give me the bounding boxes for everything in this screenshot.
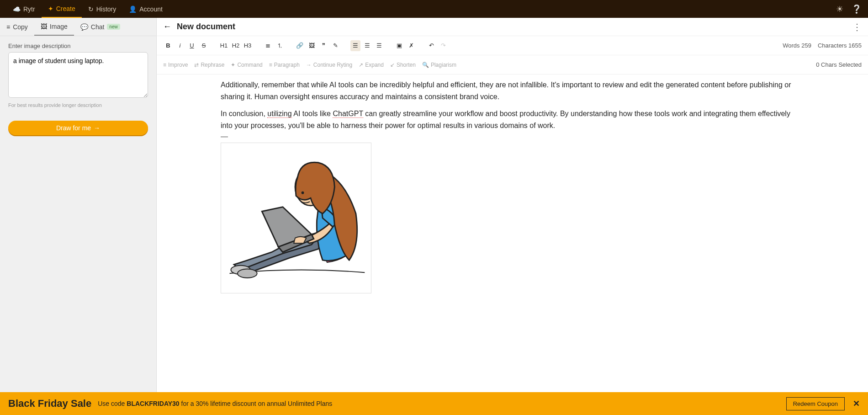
ai-improve[interactable]: ≡Improve [163,62,188,68]
ai-command[interactable]: ✦Command [231,62,262,68]
ai-expand[interactable]: ↗Expand [359,62,384,68]
image-icon: 🖼 [41,23,47,30]
editor-header: ← New document ⋮ [157,18,868,36]
sidebar-tabs: ≡ Copy 🖼 Image 💬 Chat new [0,18,156,36]
tab-image[interactable]: 🖼 Image [34,18,74,36]
bold-button[interactable]: B [163,40,173,51]
bullet-list-icon[interactable]: ≣ [263,40,273,51]
tab-copy-label: Copy [13,23,28,31]
svg-point-3 [302,192,304,194]
spell-underline: ChatGPT [333,110,363,118]
clear-format-icon[interactable]: ✗ [406,40,416,51]
h2-button[interactable]: H2 [231,40,241,51]
theme-toggle-icon[interactable]: ☀ [836,4,843,14]
select-all-icon[interactable]: ▣ [394,40,404,51]
cloud-icon: ☁️ [13,5,21,13]
chars-selected: 0 Chars Selected [816,61,862,68]
svg-point-1 [238,269,257,278]
menu-icon: ≡ [6,23,10,31]
generated-image[interactable] [221,143,371,293]
redeem-coupon-button[interactable]: Redeem Coupon [786,397,845,410]
banner-text: Use code BLACKFRIDAY30 for a 30% lifetim… [98,400,332,407]
paragraph-1: Additionally, remember that while AI too… [221,79,804,102]
char-count: Characters 1655 [818,42,862,49]
document-body[interactable]: Additionally, remember that while AI too… [157,74,868,392]
insert-image-icon[interactable]: 🖼 [307,40,317,51]
align-center-icon[interactable]: ☰ [362,40,372,51]
desc-label: Enter image description [8,43,148,49]
user-icon: 👤 [129,5,137,13]
divider [221,137,228,137]
arrow-right-icon: → [94,124,100,132]
more-menu-icon[interactable]: ⋮ [852,21,862,32]
history-icon: ↻ [88,5,94,13]
top-navbar: ☁️ Rytr ✦ Create ↻ History 👤 Account ☀ ❔ [0,0,868,18]
banner-title: Black Friday Sale [8,398,91,410]
rephrase-icon: ⇄ [194,62,199,68]
brand-logo[interactable]: ☁️ Rytr [6,0,42,18]
highlight-icon[interactable]: ✎ [330,40,340,51]
chat-icon: 💬 [80,23,88,31]
ai-rephrase[interactable]: ⇄Rephrase [194,62,224,68]
draw-for-me-button[interactable]: Draw for me → [8,121,148,135]
numbered-list-icon[interactable]: ⒈ [275,40,285,51]
italic-button[interactable]: i [175,40,185,51]
tab-copy[interactable]: ≡ Copy [0,18,34,36]
paragraph-2: In conclusion, utilizing AI tools like C… [221,108,804,131]
main-area: ≡ Copy 🖼 Image 💬 Chat new Enter image de… [0,18,868,392]
nav-create-label: Create [56,5,75,12]
word-count: Words 259 [783,42,811,49]
shorten-icon: ↙ [390,62,395,68]
back-arrow-icon[interactable]: ← [163,22,171,32]
tab-chat[interactable]: 💬 Chat new [74,18,127,36]
ai-plagiarism[interactable]: 🔍Plagiarism [422,62,456,68]
promo-banner: Black Friday Sale Use code BLACKFRIDAY30… [0,392,868,415]
spell-underline: utilizing [267,110,291,118]
editor-panel: ← New document ⋮ B i U S H1 H2 H3 ≣ ⒈ 🔗 [157,18,868,392]
nav-history[interactable]: ↻ History [82,0,123,18]
ai-shorten[interactable]: ↙Shorten [390,62,416,68]
expand-icon: ↗ [359,62,363,68]
nav-account-label: Account [139,5,163,13]
image-description-input[interactable] [8,52,148,98]
h3-button[interactable]: H3 [243,40,253,51]
sparkle-icon: ✦ [48,5,53,12]
desc-hint: For best results provide longer descript… [8,102,148,108]
search-icon: 🔍 [422,62,429,68]
align-left-icon[interactable]: ☰ [350,40,360,51]
nav-account[interactable]: 👤 Account [122,0,169,18]
improve-icon: ≡ [163,62,166,68]
underline-button[interactable]: U [187,40,197,51]
sidebar: ≡ Copy 🖼 Image 💬 Chat new Enter image de… [0,18,157,392]
strike-button[interactable]: S [199,40,209,51]
close-icon[interactable]: ✕ [853,399,860,409]
help-icon[interactable]: ❔ [852,4,862,14]
continue-icon: → [306,62,312,68]
h1-button[interactable]: H1 [219,40,229,51]
undo-icon[interactable]: ↶ [426,40,436,51]
document-title: New document [177,22,852,32]
draw-label: Draw for me [56,124,91,132]
tab-chat-label: Chat [91,23,105,31]
nav-history-label: History [96,5,116,13]
link-icon[interactable]: 🔗 [295,40,305,51]
paragraph-icon: ≡ [269,62,272,68]
wand-icon: ✦ [231,62,235,68]
tab-image-label: Image [50,23,68,30]
ai-continue[interactable]: →Continue Ryting [306,62,352,68]
ai-paragraph[interactable]: ≡Paragraph [269,62,300,68]
ai-toolbar: ≡Improve ⇄Rephrase ✦Command ≡Paragraph →… [157,55,868,74]
align-right-icon[interactable]: ☰ [374,40,384,51]
student-laptop-illustration [223,145,369,291]
nav-create[interactable]: ✦ Create [42,0,82,18]
redo-icon[interactable]: ↷ [438,40,448,51]
quote-icon[interactable]: ❞ [318,40,328,51]
brand-label: Rytr [23,5,35,13]
new-badge: new [107,24,120,30]
format-toolbar: B i U S H1 H2 H3 ≣ ⒈ 🔗 🖼 ❞ ✎ ☰ [157,36,868,55]
